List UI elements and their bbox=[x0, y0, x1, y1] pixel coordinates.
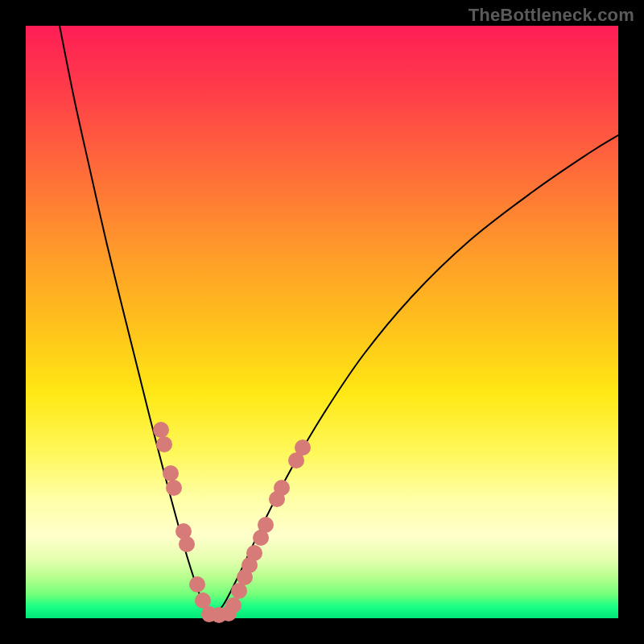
data-dot bbox=[195, 592, 211, 609]
chart-plot-area bbox=[26, 26, 618, 618]
right-curve bbox=[213, 135, 618, 617]
data-dot bbox=[295, 440, 311, 456]
data-dot bbox=[258, 517, 274, 533]
data-dot bbox=[274, 480, 290, 496]
data-dot bbox=[225, 597, 242, 613]
data-dots-group bbox=[153, 422, 311, 623]
data-dot bbox=[156, 436, 172, 452]
watermark-text: TheBottleneck.com bbox=[469, 5, 634, 26]
data-dot bbox=[246, 545, 262, 561]
data-dot bbox=[189, 576, 205, 592]
data-dot bbox=[166, 480, 182, 496]
data-dot bbox=[179, 536, 195, 552]
bottleneck-curve-svg bbox=[26, 26, 618, 618]
data-dot bbox=[153, 422, 169, 438]
data-dot bbox=[163, 465, 179, 481]
